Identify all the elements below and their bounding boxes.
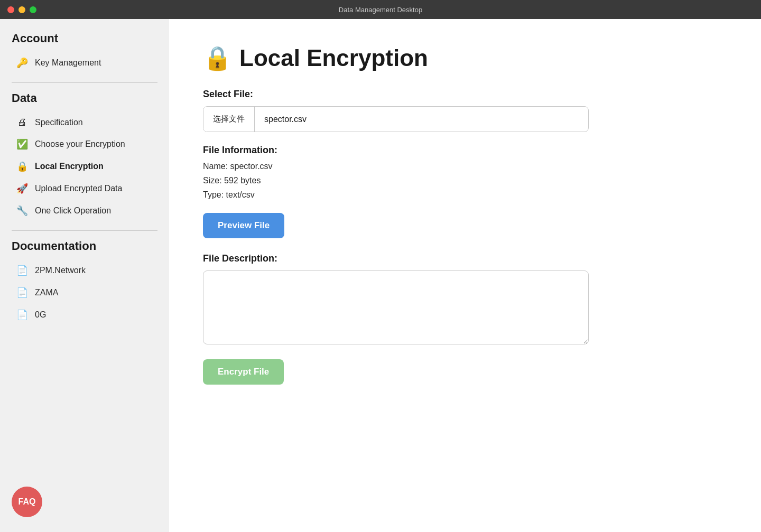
doc-icon-zama: 📄 <box>16 287 29 298</box>
sidebar-item-one-click[interactable]: 🔧 One Click Operation <box>4 200 165 221</box>
documentation-section-title: Documentation <box>0 239 169 253</box>
sidebar-item-specification[interactable]: 🖨 Specification <box>4 112 165 133</box>
main-content: 🔒 Local Encryption Select File: 选择文件 spe… <box>169 19 761 532</box>
divider-account <box>12 82 157 83</box>
sidebar-item-local-encryption[interactable]: 🔒 Local Encryption <box>4 156 165 177</box>
file-info-size: Size: 592 bytes <box>203 173 727 188</box>
file-info-name: Name: spector.csv <box>203 159 727 173</box>
page-title: 🔒 Local Encryption <box>203 44 727 72</box>
select-file-label: Select File: <box>203 89 727 100</box>
account-section-title: Account <box>0 32 169 45</box>
file-info-title: File Information: <box>203 145 727 156</box>
sidebar-item-0g[interactable]: 📄 0G <box>4 304 165 325</box>
app-body: Account 🔑 Key Management Data 🖨 Specific… <box>0 19 761 532</box>
doc-icon-0g: 📄 <box>16 309 29 321</box>
file-selector: 选择文件 spector.csv <box>203 106 589 132</box>
encrypt-file-button[interactable]: Encrypt File <box>203 359 284 385</box>
sidebar-item-label: One Click Operation <box>35 206 111 216</box>
specification-icon: 🖨 <box>16 117 29 128</box>
minimize-button[interactable] <box>18 6 25 13</box>
sidebar-item-label: 0G <box>35 310 46 320</box>
doc-icon-2pm: 📄 <box>16 265 29 276</box>
data-section-title: Data <box>0 91 169 105</box>
upload-icon: 🚀 <box>16 183 29 194</box>
sidebar-item-label: Local Encryption <box>35 162 104 171</box>
description-textarea[interactable] <box>203 270 589 344</box>
maximize-button[interactable] <box>30 6 36 13</box>
titlebar: Data Management Desktop <box>0 0 761 19</box>
close-button[interactable] <box>7 6 14 13</box>
choose-file-button[interactable]: 选择文件 <box>203 107 255 132</box>
sidebar-item-zama[interactable]: 📄 ZAMA <box>4 282 165 303</box>
sidebar-item-label: Choose your Encryption <box>35 139 125 149</box>
checkmark-icon: ✅ <box>16 138 29 150</box>
app-title: Data Management Desktop <box>339 6 422 14</box>
sidebar-item-label: Upload Encrypted Data <box>35 184 122 193</box>
file-name-display: spector.csv <box>255 107 588 132</box>
divider-data <box>12 230 157 231</box>
lock-icon: 🔒 <box>16 161 29 172</box>
sidebar-item-label: 2PM.Network <box>35 266 86 275</box>
key-icon: 🔑 <box>16 57 29 69</box>
wrench-icon: 🔧 <box>16 205 29 217</box>
sidebar: Account 🔑 Key Management Data 🖨 Specific… <box>0 19 169 532</box>
file-info-block: File Information: Name: spector.csv Size… <box>203 145 727 202</box>
sidebar-item-upload-encrypted[interactable]: 🚀 Upload Encrypted Data <box>4 178 165 199</box>
window-controls <box>7 6 36 13</box>
sidebar-item-label: ZAMA <box>35 288 58 297</box>
description-label: File Description: <box>203 253 727 264</box>
file-info-type: Type: text/csv <box>203 188 727 202</box>
sidebar-item-choose-encryption[interactable]: ✅ Choose your Encryption <box>4 134 165 155</box>
page-title-icon: 🔒 <box>203 44 232 72</box>
page-title-text: Local Encryption <box>239 45 428 71</box>
sidebar-item-2pm[interactable]: 📄 2PM.Network <box>4 260 165 281</box>
sidebar-item-key-management[interactable]: 🔑 Key Management <box>4 52 165 73</box>
preview-file-button[interactable]: Preview File <box>203 213 284 238</box>
sidebar-item-label: Key Management <box>35 58 101 68</box>
faq-button[interactable]: FAQ <box>12 487 42 517</box>
sidebar-item-label: Specification <box>35 118 83 127</box>
